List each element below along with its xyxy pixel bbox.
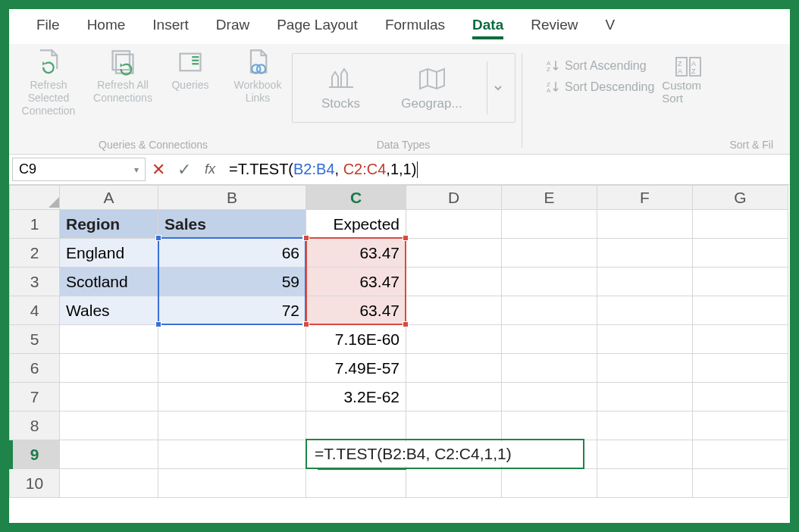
stocks-button[interactable]: Stocks — [305, 64, 378, 111]
col-header-G[interactable]: G — [693, 186, 788, 210]
geography-button[interactable]: Geograp... — [396, 64, 468, 111]
row-header-7[interactable]: 7 — [10, 383, 60, 412]
cell-E3[interactable] — [502, 268, 597, 296]
cell-B5[interactable] — [158, 325, 306, 354]
tab-home[interactable]: Home — [87, 17, 126, 39]
cell-G7[interactable] — [693, 383, 788, 412]
cell-F8[interactable] — [597, 412, 693, 440]
insert-function-button[interactable]: fx — [197, 161, 223, 177]
cell-B9[interactable] — [158, 440, 306, 469]
cell-D2[interactable] — [406, 239, 502, 268]
col-header-C[interactable]: C — [306, 186, 406, 210]
col-header-A[interactable]: A — [60, 186, 158, 210]
cell-A3[interactable]: Scotland — [60, 268, 158, 296]
cell-A6[interactable] — [60, 354, 158, 383]
custom-sort-button[interactable]: ZA AZ Custom Sort — [662, 49, 715, 105]
cell-F3[interactable] — [597, 268, 693, 296]
tab-insert[interactable]: Insert — [152, 17, 189, 39]
cell-B7[interactable] — [158, 383, 306, 412]
refresh-selected-button[interactable]: Refresh Selected Connection — [17, 49, 80, 117]
formula-input[interactable]: =T.TEST(B2:B4, C2:C4,1,1) — [223, 158, 790, 182]
row-header-2[interactable]: 2 — [10, 239, 60, 268]
cell-A2[interactable]: England — [60, 239, 158, 268]
formula-confirm-button[interactable]: ✓ — [171, 160, 197, 180]
col-header-B[interactable]: B — [158, 186, 306, 210]
cell-F1[interactable] — [597, 210, 693, 239]
cell-G4[interactable] — [693, 296, 788, 325]
cell-C6[interactable]: 7.49E-57 — [306, 354, 406, 383]
tab-file[interactable]: File — [36, 17, 60, 39]
cell-E7[interactable] — [502, 383, 597, 412]
cell-C2[interactable]: 63.47 — [306, 239, 406, 268]
cell-C4[interactable]: 63.47 — [306, 296, 406, 325]
cell-D6[interactable] — [406, 354, 502, 383]
tab-view[interactable]: V — [606, 17, 616, 39]
row-header-9[interactable]: 9 — [10, 440, 60, 469]
cell-F7[interactable] — [597, 383, 693, 412]
row-header-1[interactable]: 1 — [10, 210, 60, 239]
cell-F10[interactable] — [597, 469, 693, 498]
cell-C10[interactable] — [306, 469, 406, 498]
formula-cancel-button[interactable]: ✕ — [146, 160, 171, 180]
cell-D8[interactable] — [406, 412, 502, 440]
data-types-gallery[interactable]: Stocks Geograp... — [292, 53, 515, 123]
tab-formulas[interactable]: Formulas — [385, 17, 445, 39]
data-types-more[interactable] — [487, 61, 503, 114]
row-header-4[interactable]: 4 — [10, 296, 60, 325]
cell-C8[interactable] — [306, 412, 406, 440]
refresh-all-button[interactable]: Refresh All Connections — [91, 49, 155, 117]
cell-B10[interactable] — [158, 469, 306, 498]
cell-B4[interactable]: 72 — [158, 296, 306, 325]
select-all-corner[interactable] — [10, 186, 60, 210]
col-header-F[interactable]: F — [597, 186, 693, 210]
cell-E10[interactable] — [502, 469, 597, 498]
cell-E2[interactable] — [502, 239, 597, 268]
queries-button[interactable]: Queries — [165, 49, 215, 117]
cell-F6[interactable] — [597, 354, 693, 383]
cell-A9[interactable] — [60, 440, 158, 469]
cell-D5[interactable] — [406, 325, 502, 354]
cell-E8[interactable] — [502, 412, 597, 440]
col-header-E[interactable]: E — [502, 186, 597, 210]
cell-F5[interactable] — [597, 325, 693, 354]
cell-D4[interactable] — [406, 296, 502, 325]
cell-A7[interactable] — [60, 383, 158, 412]
cell-E6[interactable] — [502, 354, 597, 383]
row-header-8[interactable]: 8 — [10, 412, 60, 440]
active-cell-editor[interactable]: =T.TEST(B2:B4, C2:C4,1,1) — [309, 442, 518, 466]
cell-A4[interactable]: Wales — [60, 296, 158, 325]
cell-B1[interactable]: Sales — [158, 210, 306, 239]
cell-D3[interactable] — [406, 268, 502, 296]
cell-G10[interactable] — [693, 469, 788, 498]
cell-G8[interactable] — [693, 412, 788, 440]
cell-G6[interactable] — [693, 354, 788, 383]
cell-E4[interactable] — [502, 296, 597, 325]
workbook-links-button[interactable]: Workbook Links — [226, 49, 290, 117]
cell-C1[interactable]: Expected — [306, 210, 406, 239]
cell-B6[interactable] — [158, 354, 306, 383]
cell-B2[interactable]: 66 — [158, 239, 306, 268]
cell-F9[interactable] — [597, 440, 693, 469]
row-header-3[interactable]: 3 — [10, 268, 60, 296]
cell-C3[interactable]: 63.47 — [306, 268, 406, 296]
cell-C7[interactable]: 3.2E-62 — [306, 383, 406, 412]
name-box[interactable]: C9 ▾ — [12, 158, 146, 181]
row-header-5[interactable]: 5 — [10, 325, 60, 354]
cell-G1[interactable] — [693, 210, 788, 239]
cell-A8[interactable] — [60, 412, 158, 440]
cell-A10[interactable] — [60, 469, 158, 498]
cell-G9[interactable] — [693, 440, 788, 469]
cell-B8[interactable] — [158, 412, 306, 440]
cell-G5[interactable] — [693, 325, 788, 354]
row-header-6[interactable]: 6 — [10, 354, 60, 383]
cell-F2[interactable] — [597, 239, 693, 268]
cell-A5[interactable] — [60, 325, 158, 354]
col-header-D[interactable]: D — [406, 186, 502, 210]
cell-G2[interactable] — [693, 239, 788, 268]
cell-E5[interactable] — [502, 325, 597, 354]
tab-draw[interactable]: Draw — [216, 17, 249, 39]
cell-G3[interactable] — [693, 268, 788, 296]
cell-C5[interactable]: 7.16E-60 — [306, 325, 406, 354]
cell-E1[interactable] — [502, 210, 597, 239]
tab-data[interactable]: Data — [472, 17, 503, 39]
